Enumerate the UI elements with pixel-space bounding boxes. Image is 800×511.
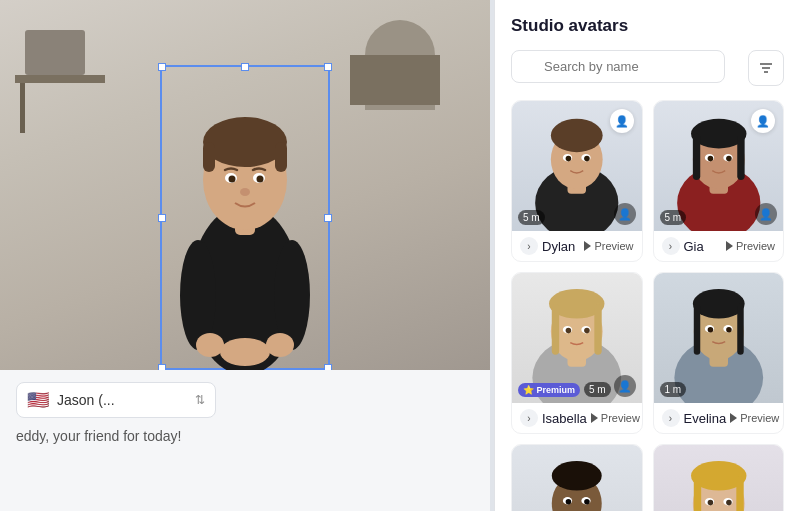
avatar-card-evelina: 1 m › Evelina Preview — [653, 272, 785, 434]
isabella-badge-row: ⭐ Premium 5 m — [518, 382, 611, 397]
dylan-person-badge: 👤 — [610, 109, 634, 133]
svg-point-10 — [240, 188, 250, 196]
avatar-card-6: ⭐ Premium 5 m 👤 › ··· — [653, 444, 785, 511]
svg-point-46 — [726, 156, 732, 162]
svg-point-65 — [707, 327, 713, 333]
avatar-card-isabella: ⭐ Premium 5 m 👤 › Isabella Preview — [511, 272, 643, 434]
evelina-time-badge: 1 m — [660, 382, 687, 397]
svg-point-85 — [726, 500, 732, 506]
avatar-image-isabella: ⭐ Premium 5 m 👤 — [512, 273, 642, 403]
svg-point-3 — [203, 117, 287, 167]
search-input[interactable] — [511, 50, 725, 83]
dylan-add-badge: 👤 — [614, 203, 636, 225]
svg-point-34 — [566, 156, 572, 162]
svg-rect-42 — [737, 134, 744, 180]
svg-rect-80 — [693, 476, 700, 511]
svg-point-56 — [584, 328, 590, 334]
svg-rect-52 — [594, 304, 601, 355]
svg-rect-81 — [736, 476, 743, 511]
svg-point-66 — [726, 327, 732, 333]
svg-point-45 — [707, 156, 713, 162]
gia-time-badge: 5 m — [660, 210, 687, 225]
avatar-image-evelina: 1 m — [654, 273, 784, 403]
avatar-image-5: ⭐ Premium 5 m — [512, 445, 642, 511]
search-row: 🔍 — [511, 50, 784, 86]
isabella-add-badge: 👤 — [614, 375, 636, 397]
avatar-card-5: ⭐ Premium 5 m › ··· — [511, 444, 643, 511]
evelina-expand-button[interactable]: › — [662, 409, 680, 427]
isabella-preview-label: Preview — [601, 412, 640, 424]
panel-title: Studio avatars — [511, 16, 784, 36]
chevron-updown-icon: ⇅ — [195, 393, 205, 407]
avatar-image-dylan: 👤 5 m 👤 — [512, 101, 642, 231]
gia-badge-row: 5 m — [660, 210, 687, 225]
right-panel: Studio avatars 🔍 — [494, 0, 800, 511]
dylan-time-badge: 5 m — [518, 210, 545, 225]
video-area — [0, 0, 490, 370]
speaker-name: Jason (... — [57, 392, 187, 408]
dylan-preview-label: Preview — [594, 240, 633, 252]
avatar-image-gia: 👤 5 m 👤 — [654, 101, 784, 231]
gia-add-badge: 👤 — [755, 203, 777, 225]
isabella-footer: › Isabella Preview — [512, 403, 642, 433]
evelina-footer: › Evelina Preview — [654, 403, 784, 433]
svg-rect-61 — [693, 304, 699, 355]
svg-point-31 — [551, 119, 603, 152]
isabella-name: Isabella — [542, 411, 587, 426]
left-panel: 🇺🇸 Jason (... ⇅ eddy, your friend for to… — [0, 0, 490, 511]
avatar-card-dylan: 👤 5 m 👤 › Dylan Preview — [511, 100, 643, 262]
svg-rect-4 — [203, 142, 215, 172]
search-wrapper: 🔍 — [511, 50, 740, 86]
svg-point-60 — [692, 289, 744, 319]
svg-point-35 — [584, 156, 590, 162]
svg-point-74 — [566, 499, 572, 505]
evelina-badge-row: 1 m — [660, 382, 687, 397]
svg-rect-62 — [737, 304, 743, 355]
svg-rect-5 — [275, 142, 287, 172]
gia-name: Gia — [684, 239, 722, 254]
evelina-preview-button[interactable]: Preview — [730, 412, 779, 424]
svg-point-71 — [552, 461, 602, 491]
flag-icon: 🇺🇸 — [27, 389, 49, 411]
avatars-grid: 👤 5 m 👤 › Dylan Preview — [511, 100, 784, 511]
dylan-footer: › Dylan Preview — [512, 231, 642, 261]
evelina-preview-label: Preview — [740, 412, 779, 424]
avatar-card-gia: 👤 5 m 👤 › Gia Preview — [653, 100, 785, 262]
bg-desk-left — [15, 75, 105, 83]
svg-point-9 — [257, 176, 264, 183]
svg-point-8 — [229, 176, 236, 183]
svg-point-55 — [566, 328, 572, 334]
bg-desk — [350, 55, 440, 105]
bg-desk-leg — [20, 83, 25, 133]
svg-rect-51 — [552, 304, 559, 355]
avatar-image-6: ⭐ Premium 5 m 👤 — [654, 445, 784, 511]
svg-point-14 — [266, 333, 294, 357]
avatar-container[interactable] — [145, 50, 345, 370]
dylan-name: Dylan — [542, 239, 580, 254]
gia-expand-button[interactable]: › — [662, 237, 680, 255]
isabella-play-icon — [591, 413, 598, 423]
gia-footer: › Gia Preview — [654, 231, 784, 261]
evelina-play-icon — [730, 413, 737, 423]
isabella-preview-button[interactable]: Preview — [591, 412, 640, 424]
evelina-name: Evelina — [684, 411, 727, 426]
dylan-expand-button[interactable]: › — [520, 237, 538, 255]
speaker-selector[interactable]: 🇺🇸 Jason (... ⇅ — [16, 382, 216, 418]
bg-monitor — [25, 30, 85, 75]
gia-preview-label: Preview — [736, 240, 775, 252]
dylan-badge-row: 5 m — [518, 210, 545, 225]
text-area: 🇺🇸 Jason (... ⇅ eddy, your friend for to… — [0, 370, 490, 511]
script-text: eddy, your friend for today! — [16, 428, 474, 444]
svg-point-75 — [584, 499, 590, 505]
svg-point-15 — [220, 338, 270, 366]
svg-point-13 — [196, 333, 224, 357]
gia-play-icon — [726, 241, 733, 251]
isabella-premium-badge: ⭐ Premium — [518, 383, 580, 397]
isabella-time-badge: 5 m — [584, 382, 611, 397]
gia-person-badge: 👤 — [751, 109, 775, 133]
isabella-expand-button[interactable]: › — [520, 409, 538, 427]
filter-button[interactable] — [748, 50, 784, 86]
dylan-play-icon — [584, 241, 591, 251]
dylan-preview-button[interactable]: Preview — [584, 240, 633, 252]
gia-preview-button[interactable]: Preview — [726, 240, 775, 252]
